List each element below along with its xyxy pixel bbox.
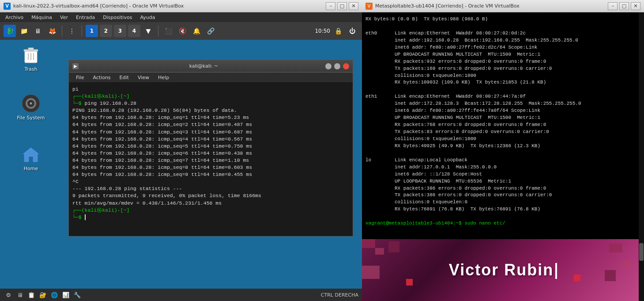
- term-line-2: └─$ ping 192.168.0.28: [72, 100, 349, 107]
- term-line-9: 64 bytes from 192.168.0.28: icmp_seq=6 t…: [72, 150, 349, 157]
- terminal-close-btn[interactable]: [343, 63, 349, 69]
- tmenu-actions[interactable]: Actions: [89, 74, 114, 81]
- term-line-10: 64 bytes from 192.168.0.28: icmp_seq=7 t…: [72, 157, 349, 164]
- filesystem-desktop-icon[interactable]: File System: [13, 93, 49, 121]
- meta-term-line-1: [365, 23, 640, 30]
- meta-term-line-26: collisions:0 txqueuelen:0: [365, 199, 640, 206]
- term-line-13: ^C: [72, 178, 349, 185]
- kali-terminal-window: ▶ kali@kali: ~ File Actions Edit View He…: [68, 60, 353, 236]
- workspace-arrow[interactable]: ▼: [142, 25, 154, 37]
- kali-menubar: Archivo Máquina Ver Entrada Dispositivos…: [0, 12, 362, 22]
- toolbar-lock-icon[interactable]: 🔒: [332, 25, 344, 37]
- menu-ver[interactable]: Ver: [56, 14, 72, 21]
- taskbar-icon-1[interactable]: ⚙: [4, 290, 13, 300]
- meta-restore-btn[interactable]: □: [619, 2, 629, 10]
- meta-bottom-overlay: Victor Rubin: [362, 239, 644, 301]
- taskbar-icon-4[interactable]: 🔐: [38, 290, 48, 300]
- terminal-title-icon: ▶: [72, 63, 79, 69]
- term-line-11: 64 bytes from 192.168.0.28: icmp_seq=8 t…: [72, 164, 349, 171]
- kali-terminal-icon[interactable]: 🖥: [32, 25, 44, 37]
- term-line-14: --- 192.168.0.28 ping statistics ---: [72, 185, 349, 192]
- menu-maquina[interactable]: Máquina: [28, 14, 56, 21]
- toolbar-bell-icon[interactable]: 🔔: [190, 25, 203, 37]
- victor-rubin-text: Victor Rubin: [449, 261, 557, 279]
- workspace-3[interactable]: 3: [114, 25, 126, 37]
- terminal-content-area[interactable]: pi ┌──(kali㉿kali)-[~] └─$ ping 192.168.0…: [69, 82, 353, 236]
- kali-win-controls: － □ ✕: [326, 2, 358, 10]
- toolbar-network-icon[interactable]: 🔗: [204, 25, 217, 37]
- toolbar-power-icon[interactable]: ⏻: [346, 25, 358, 37]
- meta-term-line-3: inet addr:192.168.0.28 Bcast:192.168.0.2…: [365, 37, 640, 44]
- meta-term-line-17: collisions:0 txqueuelen:1000: [365, 136, 640, 143]
- term-line-1: ┌──(kali㉿kali)-[~]: [72, 93, 349, 100]
- home-desktop-icon[interactable]: Home: [13, 144, 49, 171]
- workspace-2[interactable]: 2: [100, 25, 112, 37]
- term-line-4: 64 bytes from 192.168.0.28: icmp_seq=1 t…: [72, 114, 349, 121]
- meta-window-title: Metasploitable3-ub1404 [Corriendo] - Ora…: [375, 3, 608, 9]
- meta-term-line-25: TX packets:386 errors:0 dropped:0 overru…: [365, 192, 640, 199]
- tmenu-edit[interactable]: Edit: [116, 74, 132, 81]
- meta-term-line-16: TX packets:83 errors:0 dropped:0 overrun…: [365, 129, 640, 136]
- kali-folder-icon[interactable]: 📁: [18, 25, 30, 37]
- meta-minimize-btn[interactable]: －: [608, 2, 618, 10]
- meta-term-line-22: inet6 addr: ::1/128 Scope:Host: [365, 171, 640, 178]
- trash-desktop-icon[interactable]: Trash: [13, 44, 49, 72]
- vbox-icon: V: [4, 3, 11, 10]
- meta-term-line-10: [365, 86, 640, 93]
- home-icon: [20, 144, 41, 165]
- menu-dispositivos[interactable]: Dispositivos: [99, 14, 136, 21]
- menu-entrada[interactable]: Entrada: [72, 14, 98, 21]
- kali-close-btn[interactable]: ✕: [349, 2, 358, 10]
- meta-term-line-23: UP LOOPBACK RUNNING MTU:65536 Metric:1: [365, 178, 640, 185]
- meta-term-line-21: inet addr:127.0.0.1 Mask:255.0.0.0: [365, 164, 640, 171]
- term-line-16: rtt min/avg/max/mdev = 0.438/1.146/5.231…: [72, 200, 349, 207]
- tmenu-file[interactable]: File: [72, 74, 87, 81]
- kali-dragon-icon[interactable]: 🐉: [4, 25, 16, 37]
- svg-marker-10: [22, 147, 40, 162]
- meta-scrollbar[interactable]: [639, 12, 644, 301]
- taskbar-icon-5[interactable]: 🌐: [49, 290, 59, 300]
- workspace-4[interactable]: 4: [128, 25, 140, 37]
- meta-term-line-4: inet6 addr: fe80::a00:27ff:fe02:d2c/64 S…: [365, 44, 640, 51]
- meta-term-line-8: collisions:0 txqueuelen:1000: [365, 72, 640, 80]
- meta-term-line-19: [365, 150, 640, 157]
- meta-term-prompt: vagrant@metasploitable3-ub1404:~$ sudo n…: [365, 220, 640, 227]
- meta-close-btn[interactable]: ✕: [631, 2, 640, 10]
- toolbar-screen-icon[interactable]: ⬛: [162, 25, 174, 37]
- kali-toolbar: 🐉 📁 🖥 🦊 ⋮ 1 2 3 4 ▼ ⬛ 🔇 🔔 🔗 10:50 🔒 ⏻: [0, 22, 362, 40]
- meta-term-line-7: TX packets:169 errors:0 dropped:0 overru…: [365, 65, 640, 72]
- meta-terminal-content[interactable]: RX bytes:0 (0.0 B) TX bytes:988 (988.0 B…: [362, 12, 644, 239]
- meta-term-line-11: eth1 Link encap:Ethernet HWaddr 08:00:27…: [365, 93, 640, 100]
- meta-scrollbar-thumb[interactable]: [639, 243, 644, 261]
- meta-term-line-27: RX bytes:76891 (76.8 KB) TX bytes:76891 …: [365, 206, 640, 213]
- terminal-title-text: kali@kali: ~: [82, 63, 325, 69]
- taskbar-icon-2[interactable]: 🖥: [15, 290, 25, 300]
- kali-taskbar: ⚙ 🖥 📋 🔐 🌐 📊 🔧 CTRL DERECHA: [0, 289, 362, 301]
- tmenu-help[interactable]: Help: [154, 74, 173, 81]
- meta-term-line-12: inet addr:172.28.128.3 Bcast:172.28.128.…: [365, 100, 640, 107]
- meta-term-line-5: UP BROADCAST RUNNING MULTICAST MTU:1500 …: [365, 51, 640, 58]
- tmenu-view[interactable]: View: [134, 74, 153, 81]
- terminal-win-controls: [325, 63, 349, 69]
- kali-browser-icon[interactable]: 🦊: [46, 25, 58, 37]
- victor-overlay: Victor Rubin: [362, 239, 644, 301]
- meta-term-line-24: RX packets:386 errors:0 dropped:0 overru…: [365, 185, 640, 192]
- terminal-minimize-btn[interactable]: [325, 63, 331, 69]
- kali-apps-icon[interactable]: ⋮: [66, 25, 78, 37]
- taskbar-icon-7[interactable]: 🔧: [72, 290, 82, 300]
- meta-term-line-0: RX bytes:0 (0.0 B) TX bytes:988 (988.0 B…: [365, 16, 640, 23]
- kali-maximize-btn[interactable]: □: [337, 2, 347, 10]
- menu-ayuda[interactable]: Ayuda: [136, 14, 158, 21]
- workspace-1[interactable]: 1: [86, 25, 98, 37]
- taskbar-icon-3[interactable]: 📋: [26, 290, 36, 300]
- svg-point-9: [30, 103, 32, 104]
- meta-term-line-6: RX packets:932 errors:0 dropped:0 overru…: [365, 58, 640, 65]
- menu-archivo[interactable]: Archivo: [2, 14, 27, 21]
- text-cursor: [555, 263, 557, 279]
- taskbar-icon-6[interactable]: 📊: [61, 290, 71, 300]
- term-line-5: 64 bytes from 192.168.0.28: icmp_seq=2 t…: [72, 121, 349, 128]
- kali-vbox-titlebar: V kali-linux-2022.3-virtualbox-amd64 [Co…: [0, 0, 362, 12]
- toolbar-audio-icon[interactable]: 🔇: [176, 25, 188, 37]
- terminal-maximize-btn[interactable]: [334, 63, 340, 69]
- kali-minimize-btn[interactable]: －: [326, 2, 335, 10]
